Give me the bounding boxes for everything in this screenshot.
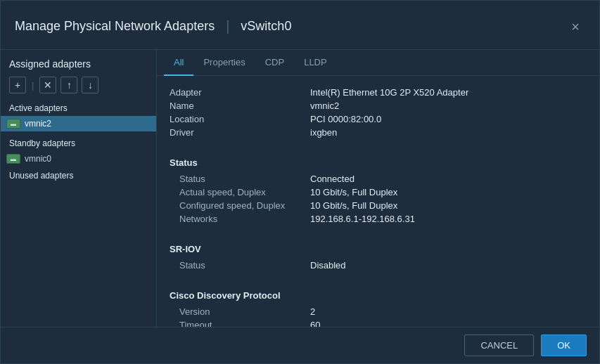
actual-speed-label: Actual speed, Duplex [170, 186, 310, 199]
adapter-item-name: vmnic2 [25, 119, 51, 129]
list-item[interactable]: ▬ vmnic2 [1, 116, 156, 131]
close-button[interactable]: × [566, 17, 585, 37]
name-value: vmnic2 [310, 99, 587, 112]
list-item[interactable]: ▬ vmnic0 [1, 151, 156, 167]
tab-properties[interactable]: Properties [193, 50, 255, 76]
configured-speed-label: Configured speed, Duplex [170, 199, 310, 212]
toolbar-divider: | [32, 80, 34, 91]
left-panel: Assigned adapters + | ✕ ↑ ↓ Active adapt… [1, 50, 157, 327]
move-down-button[interactable]: ↓ [82, 77, 98, 93]
status-section-header: Status [170, 150, 587, 172]
tab-lldp[interactable]: LLDP [294, 50, 337, 76]
nic-icon: ▬ [6, 154, 20, 164]
tabs-bar: All Properties CDP LLDP [157, 50, 599, 76]
table-row: Networks 192.168.6.1-192.168.6.31 [170, 212, 587, 226]
tab-all[interactable]: All [164, 50, 193, 76]
ok-button[interactable]: OK [541, 334, 587, 356]
networks-label: Networks [170, 212, 310, 226]
adapter-toolbar: + | ✕ ↑ ↓ [1, 77, 156, 99]
tab-content-all: Adapter Intel(R) Ethernet 10G 2P X520 Ad… [157, 76, 599, 327]
table-row: Version 2 [170, 305, 587, 318]
cancel-button[interactable]: CANCEL [464, 334, 534, 356]
sr-iov-status-value: Disabled [310, 259, 587, 272]
status-value: Connected [310, 172, 587, 186]
table-row: Driver ixgben [170, 126, 587, 139]
adapter-label: Adapter [170, 86, 310, 99]
unused-adapters-label: Unused adapters [1, 167, 156, 183]
cdp-timeout-value: 60 [310, 318, 587, 327]
networks-value: 192.168.6.1-192.168.6.31 [310, 212, 587, 226]
vswitch-name: vSwitch0 [241, 19, 291, 34]
dialog-title: Manage Physical Network Adapters [15, 18, 215, 34]
standby-adapters-label: Standby adapters [1, 134, 156, 151]
cdp-version-label: Version [170, 305, 310, 318]
sr-iov-section-header: SR-IOV [170, 237, 587, 259]
actual-speed-value: 10 Gbit/s, Full Duplex [310, 186, 587, 199]
adapter-list: Active adapters ▬ vmnic2 Standby adapter… [1, 99, 156, 183]
title-divider: | [226, 18, 229, 34]
assigned-adapters-title: Assigned adapters [1, 58, 156, 77]
adapter-item-name: vmnic0 [25, 154, 51, 164]
dialog-footer: CANCEL OK [1, 327, 599, 363]
table-row: Status Disabled [170, 259, 587, 272]
table-row: Status Connected [170, 172, 587, 186]
dialog-body: Assigned adapters + | ✕ ↑ ↓ Active adapt… [1, 50, 599, 327]
driver-label: Driver [170, 126, 310, 139]
add-adapter-button[interactable]: + [9, 77, 26, 93]
table-row: Location PCI 0000:82:00.0 [170, 112, 587, 126]
name-label: Name [170, 99, 310, 112]
adapter-value: Intel(R) Ethernet 10G 2P X520 Adapter [310, 86, 587, 99]
table-row: Name vmnic2 [170, 99, 587, 112]
table-row: Adapter Intel(R) Ethernet 10G 2P X520 Ad… [170, 86, 587, 99]
sr-iov-info-table: Status Disabled [170, 259, 587, 272]
dialog-header: Manage Physical Network Adapters | vSwit… [1, 1, 599, 50]
table-row: Actual speed, Duplex 10 Gbit/s, Full Dup… [170, 186, 587, 199]
table-row: Timeout 60 [170, 318, 587, 327]
standby-section: Standby adapters ▬ vmnic0 [1, 134, 156, 167]
table-row: Configured speed, Duplex 10 Gbit/s, Full… [170, 199, 587, 212]
manage-adapters-dialog: Manage Physical Network Adapters | vSwit… [0, 0, 600, 364]
move-up-button[interactable]: ↑ [60, 77, 77, 93]
right-panel: All Properties CDP LLDP Adapter Intel(R)… [157, 50, 599, 327]
sr-iov-status-label: Status [170, 259, 310, 272]
nic-icon: ▬ [6, 119, 20, 129]
driver-value: ixgben [310, 126, 587, 139]
cdp-info-table: Version 2 Timeout 60 [170, 305, 587, 327]
remove-adapter-button[interactable]: ✕ [39, 77, 56, 93]
active-adapters-label: Active adapters [1, 99, 156, 116]
configured-speed-value: 10 Gbit/s, Full Duplex [310, 199, 587, 212]
adapter-info-table: Adapter Intel(R) Ethernet 10G 2P X520 Ad… [170, 86, 587, 139]
location-value: PCI 0000:82:00.0 [310, 112, 587, 126]
location-label: Location [170, 112, 310, 126]
status-info-table: Status Connected Actual speed, Duplex 10… [170, 172, 587, 226]
tab-cdp[interactable]: CDP [255, 50, 294, 76]
cdp-version-value: 2 [310, 305, 587, 318]
status-label: Status [170, 172, 310, 186]
cdp-timeout-label: Timeout [170, 318, 310, 327]
cdp-section-header: Cisco Discovery Protocol [170, 283, 587, 305]
